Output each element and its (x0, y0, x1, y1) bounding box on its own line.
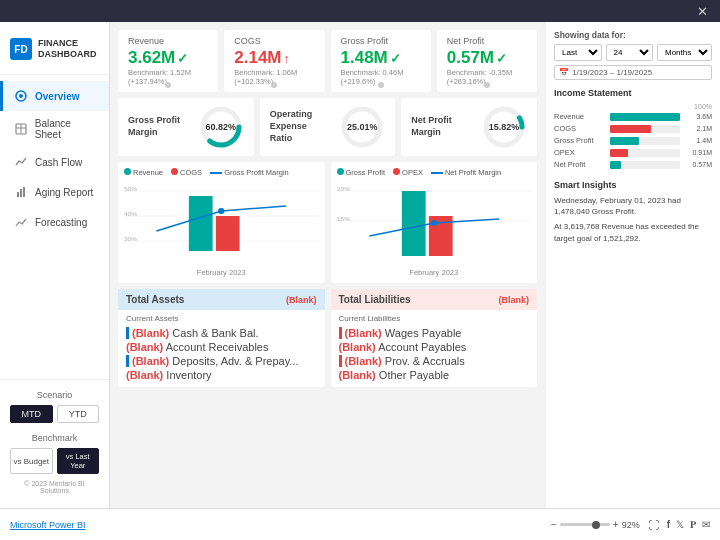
sidebar-item-aging-report[interactable]: Aging Report (0, 177, 109, 207)
chart-area-1: 50% 40% 30% (124, 181, 319, 266)
income-bar-row: Revenue 3.6M (554, 112, 712, 121)
total-assets-title: Total Assets (126, 294, 184, 305)
zoom-minus-icon[interactable]: − (551, 519, 557, 530)
insight-text-2: At 3,619,768 Revenue has exceeded the ta… (554, 221, 712, 243)
total-assets-header: Total Assets (Blank) (118, 289, 325, 310)
total-liabilities-title: Total Liabilities (339, 294, 411, 305)
scenario-btn-mtd[interactable]: MTD (10, 405, 53, 423)
assets-item-3: (Blank) Inventory (126, 369, 212, 381)
scenario-btn-ytd[interactable]: YTD (57, 405, 100, 423)
gauge-circle-opex: 25.01% (339, 104, 385, 150)
gauge-row: Gross Profit Margin 60.82% Operating Exp… (118, 98, 537, 156)
bottom-bar-right: − + 92% ⛶ f 𝕏 𝐏 ✉ (551, 519, 710, 531)
smart-insights-section: Smart Insights Wednesday, February 01, 2… (554, 180, 712, 248)
income-bar-track (610, 149, 680, 157)
date-range[interactable]: 📅 1/19/2023 – 1/19/2025 (554, 65, 712, 80)
gauge-label-gpm: Gross Profit Margin (128, 115, 190, 138)
chart-area-2: 20% 15% (337, 181, 532, 266)
top-bar: ✕ (0, 0, 720, 22)
pinterest-icon[interactable]: 𝐏 (690, 519, 696, 531)
filter-period-select[interactable]: Months (657, 44, 712, 61)
finance-logo-icon: FD (10, 38, 32, 60)
zoom-thumb[interactable] (592, 521, 600, 529)
kpi-card-net-profit: Net Profit 0.57M✓ Benchmark: -0.35M (+26… (437, 30, 537, 92)
fullscreen-icon[interactable]: ⛶ (648, 519, 659, 531)
zoom-plus-icon[interactable]: + (613, 519, 619, 530)
liabilities-section-label: Current Liabilities (339, 314, 530, 323)
sidebar-item-overview[interactable]: Overview (0, 81, 109, 111)
filter-count-select[interactable]: 24 (606, 44, 654, 61)
gauge-value-gpm: 60.82% (205, 122, 236, 132)
sidebar-item-balance-sheet[interactable]: Balance Sheet (0, 111, 109, 147)
svg-point-29 (431, 220, 437, 226)
income-bar-row: COGS 2.1M (554, 124, 712, 133)
income-rows: Revenue 3.6M COGS 2.1M Gross Profit 1.4M… (554, 112, 712, 169)
social-icons: f 𝕏 𝐏 ✉ (667, 519, 710, 531)
right-panel: Showing data for: Last 24 Months 📅 1/19/… (545, 22, 720, 508)
income-bar-fill (610, 125, 651, 133)
income-value: 0.57M (684, 161, 712, 168)
kpi-title-gross-profit: Gross Profit (341, 36, 421, 46)
svg-text:15%: 15% (337, 215, 350, 222)
kpi-title-net-profit: Net Profit (447, 36, 527, 46)
sidebar-label-cash-flow: Cash Flow (35, 157, 82, 168)
zoom-percentage: 92% (622, 520, 640, 530)
income-label: Net Profit (554, 160, 606, 169)
charts-row: Revenue COGS Gross Profit Margin 50% 4 (118, 162, 537, 283)
gauge-label-npm: Net Profit Margin (411, 115, 473, 138)
svg-point-22 (218, 208, 224, 214)
liabilities-items: (Blank) Wages Payable (Blank) Account Pa… (339, 327, 530, 381)
filter-last-select[interactable]: Last (554, 44, 602, 61)
gauge-card-gross-profit-margin: Gross Profit Margin 60.82% (118, 98, 254, 156)
kpi-row: Revenue 3.62M✓ Benchmark: 1.52M (+137.94… (118, 30, 537, 92)
scenario-label: Scenario (10, 390, 99, 400)
showing-data-section: Showing data for: Last 24 Months 📅 1/19/… (554, 30, 712, 80)
overview-icon (13, 88, 29, 104)
sidebar-item-cash-flow[interactable]: Cash Flow (0, 147, 109, 177)
kpi-value-cogs: 2.14M↑ (234, 48, 314, 68)
balance-sheet-icon (13, 121, 29, 137)
sidebar-copyright: © 2023 Mentario BI Solutions (10, 474, 99, 498)
income-bar-track (610, 125, 680, 133)
sidebar-nav: Overview Balance Sheet Cash Flow (0, 81, 109, 379)
gauge-value-opex: 25.01% (347, 122, 378, 132)
gauge-card-opex-ratio: Operating Expense Ratio 25.01% (260, 98, 396, 156)
benchmark-btn-vs-budget[interactable]: vs Budget (10, 448, 53, 474)
gauge-label-opex: Operating Expense Ratio (270, 109, 332, 144)
income-bar-track (610, 137, 680, 145)
chart-card-profit-opex: Gross Profit OPEX Net Profit Margin 20% … (331, 162, 538, 283)
chart-card-revenue-cogs: Revenue COGS Gross Profit Margin 50% 4 (118, 162, 325, 283)
calendar-icon: 📅 (559, 68, 569, 77)
total-assets-body: Current Assets (Blank) Cash & Bank Bal. … (118, 310, 325, 387)
insight-text-1: Wednesday, February 01, 2023 had 1,478,0… (554, 195, 712, 217)
svg-text:30%: 30% (124, 235, 137, 242)
income-label: COGS (554, 124, 606, 133)
kpi-dot-cogs (271, 82, 277, 88)
powerbi-link[interactable]: Microsoft Power BI (10, 520, 86, 530)
aging-report-icon (13, 184, 29, 200)
svg-text:50%: 50% (124, 185, 137, 192)
svg-rect-6 (20, 189, 22, 197)
income-bar-track (610, 161, 680, 169)
kpi-value-revenue: 3.62M✓ (128, 48, 208, 68)
zoom-control: − + 92% (551, 519, 640, 530)
income-value: 1.4M (684, 137, 712, 144)
income-statement-section: Income Statement 100% Revenue 3.6M COGS … (554, 88, 712, 172)
twitter-icon[interactable]: 𝕏 (676, 519, 684, 531)
facebook-icon[interactable]: f (667, 519, 670, 531)
kpi-dot-gross-profit (378, 82, 384, 88)
sidebar-logo-text: FINANCE DASHBOARD (38, 38, 97, 60)
total-liabilities-blank: (Blank) (498, 295, 529, 305)
email-icon[interactable]: ✉ (702, 519, 710, 531)
svg-text:20%: 20% (337, 185, 350, 192)
sidebar-item-forecasting[interactable]: Forecasting (0, 207, 109, 237)
close-icon[interactable]: ✕ (693, 4, 712, 19)
income-label: OPEX (554, 148, 606, 157)
sidebar-label-forecasting: Forecasting (35, 217, 87, 228)
liabilities-item-3: (Blank) Other Payable (339, 369, 450, 381)
income-bar-row: Net Profit 0.57M (554, 160, 712, 169)
benchmark-buttons: vs Budget vs Last Year (10, 448, 99, 474)
benchmark-btn-vs-last-year[interactable]: vs Last Year (57, 448, 100, 474)
gauge-value-npm: 15.82% (489, 122, 520, 132)
zoom-slider[interactable] (560, 523, 610, 526)
